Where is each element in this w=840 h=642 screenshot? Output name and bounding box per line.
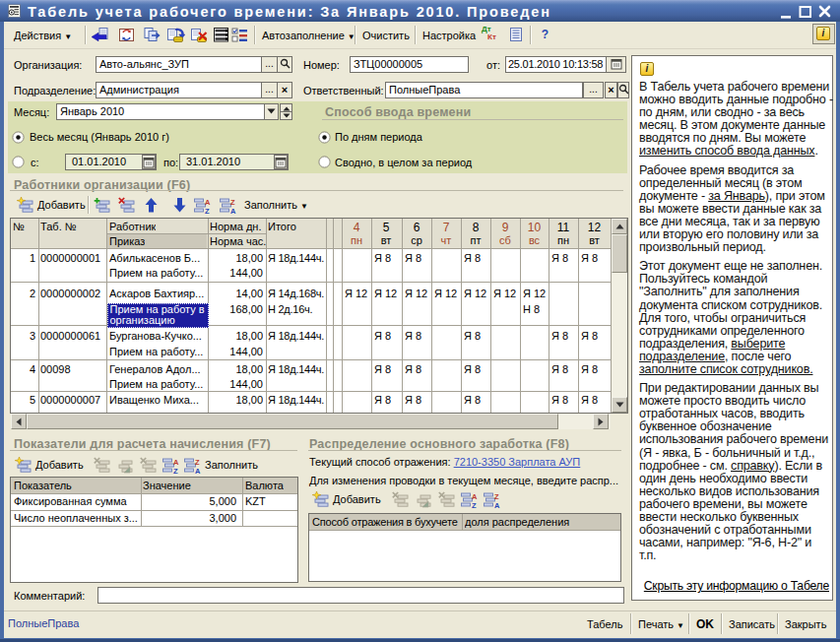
- svg-text:Z: Z: [195, 458, 200, 467]
- svg-text:A: A: [195, 467, 201, 476]
- svg-text:A: A: [472, 492, 478, 501]
- svg-text:Z: Z: [205, 207, 210, 216]
- svg-text:Z: Z: [173, 467, 178, 476]
- svg-text:Z: Z: [494, 492, 499, 501]
- svg-text:A: A: [205, 198, 211, 207]
- svg-text:Z: Z: [472, 501, 477, 510]
- svg-text:Z: Z: [230, 198, 235, 207]
- svg-text:A: A: [230, 207, 236, 216]
- svg-text:A: A: [494, 501, 500, 510]
- svg-text:A: A: [173, 458, 179, 467]
